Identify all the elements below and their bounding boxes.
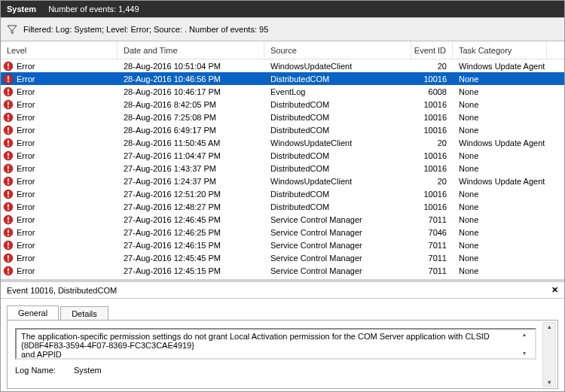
scroll-up-icon[interactable]: ▴ — [523, 331, 533, 338]
svg-point-51 — [4, 279, 13, 280]
column-header-date[interactable]: Date and Time — [118, 41, 264, 59]
cell-level: Error — [1, 163, 118, 174]
cell-date: 28-Aug-2016 8:42:05 PM — [118, 100, 264, 109]
cell-level: Error — [1, 125, 118, 135]
cell-date: 27-Aug-2016 12:46:25 PM — [118, 228, 264, 237]
cell-date: 28-Aug-2016 7:25:08 PM — [118, 113, 264, 122]
svg-point-47 — [8, 260, 9, 261]
table-row[interactable]: Error27-Aug-2016 12:45:45 PMService Cont… — [1, 251, 564, 264]
cell-eventid: 10016 — [411, 100, 453, 109]
logname-label: Log Name: — [15, 366, 60, 375]
event-list-body[interactable]: Error28-Aug-2016 10:51:04 PMWindowsUpdat… — [1, 59, 564, 279]
tab-details[interactable]: Details — [60, 306, 108, 321]
cell-level: Error — [1, 278, 118, 280]
cell-task: None — [453, 74, 547, 84]
table-row[interactable]: Error28-Aug-2016 6:49:17 PMDistributedCO… — [1, 123, 564, 136]
level-text: Error — [17, 74, 35, 84]
cell-eventid: 7011 — [411, 266, 453, 275]
details-pane: Event 10016, DistributedCOM ✕ General De… — [1, 279, 564, 389]
filter-bar: Filtered: Log: System; Level: Error; Sou… — [1, 17, 564, 41]
cell-date: 28-Aug-2016 6:49:17 PM — [118, 126, 264, 135]
svg-point-32 — [8, 196, 9, 197]
scroll-down-icon[interactable]: ▾ — [523, 350, 533, 357]
cell-level: Error — [1, 150, 118, 161]
cell-source: Service Control Manager — [264, 279, 411, 280]
close-details-button[interactable]: ✕ — [551, 285, 558, 295]
column-header-task[interactable]: Task Category — [453, 41, 547, 59]
event-message-box[interactable]: The application-specific permission sett… — [15, 328, 536, 360]
error-icon — [3, 176, 14, 187]
details-scrollbar[interactable]: ▴ ▾ — [542, 322, 556, 387]
table-row[interactable]: Error27-Aug-2016 12:46:15 PMService Cont… — [1, 239, 564, 251]
cell-source: DistributedCOM — [264, 202, 411, 211]
table-row[interactable]: Error28-Aug-2016 10:51:04 PMWindowsUpdat… — [1, 59, 564, 72]
cell-eventid: 10016 — [411, 164, 453, 173]
column-header-eventid[interactable]: Event ID — [411, 41, 453, 59]
scroll-up-icon[interactable]: ▴ — [548, 323, 551, 330]
cell-source: EventLog — [264, 87, 411, 96]
cell-eventid: 10016 — [411, 151, 453, 160]
cell-level: Error — [1, 74, 118, 84]
table-row[interactable]: Error27-Aug-2016 11:04:47 PMDistributedC… — [1, 149, 564, 162]
cell-source: DistributedCOM — [264, 113, 411, 122]
details-properties: Log Name: System — [15, 366, 536, 375]
table-row[interactable]: Error27-Aug-2016 12:46:45 PMService Cont… — [1, 213, 564, 226]
svg-point-23 — [8, 157, 9, 159]
cell-eventid: 7011 — [411, 215, 453, 224]
level-text: Error — [17, 266, 35, 275]
cell-eventid: 20 — [411, 177, 453, 186]
table-row[interactable]: Error27-Aug-2016 12:45:15 PMService Cont… — [1, 264, 564, 277]
cell-eventid: 10016 — [411, 190, 453, 199]
table-row[interactable]: Error27-Aug-2016 1:24:37 PMWindowsUpdate… — [1, 175, 564, 187]
table-row[interactable]: Error27-Aug-2016 12:46:25 PMService Cont… — [1, 226, 564, 239]
level-text: Error — [17, 177, 35, 186]
svg-rect-46 — [8, 255, 9, 259]
cell-date: 27-Aug-2016 12:45:45 PM — [118, 254, 264, 263]
table-row[interactable]: Error28-Aug-2016 7:25:08 PMDistributedCO… — [1, 111, 564, 123]
svg-rect-1 — [8, 63, 9, 67]
cell-eventid: 20 — [411, 138, 453, 147]
svg-point-38 — [8, 221, 9, 223]
table-row[interactable]: Error28-Aug-2016 10:46:56 PMDistributedC… — [1, 72, 564, 85]
table-row[interactable]: Error28-Aug-2016 11:50:45 AMWindowsUpdat… — [1, 136, 564, 149]
table-row[interactable]: Error27-Aug-2016 1:43:37 PMDistributedCO… — [1, 162, 564, 175]
error-icon — [3, 61, 14, 71]
cell-source: Service Control Manager — [264, 254, 411, 263]
svg-point-26 — [8, 170, 9, 172]
svg-point-20 — [8, 144, 9, 146]
cell-task: None — [453, 266, 547, 275]
cell-eventid: 10016 — [411, 113, 453, 122]
cell-source: Service Control Manager — [264, 215, 411, 224]
table-row[interactable]: Error27-Aug-2016 12:51:20 PMDistributedC… — [1, 187, 564, 200]
svg-rect-10 — [8, 102, 9, 105]
cell-source: Service Control Manager — [264, 266, 411, 275]
cell-level: Error — [1, 253, 118, 263]
column-header-source[interactable]: Source — [264, 41, 411, 59]
level-text: Error — [17, 190, 35, 199]
cell-task: None — [453, 202, 547, 211]
table-row[interactable]: Error27-Aug-2016 12:44:45 PMService Cont… — [1, 277, 564, 279]
cell-source: Service Control Manager — [264, 241, 411, 250]
cell-task: None — [453, 241, 547, 250]
level-text: Error — [17, 151, 35, 160]
table-row[interactable]: Error28-Aug-2016 8:42:05 PMDistributedCO… — [1, 98, 564, 111]
tab-general[interactable]: General — [7, 305, 59, 321]
table-row[interactable]: Error28-Aug-2016 10:46:17 PMEventLog6008… — [1, 85, 564, 98]
details-content: The application-specific permission sett… — [7, 320, 558, 389]
message-scroll[interactable]: ▴ ▾ — [523, 331, 533, 357]
error-icon — [3, 87, 14, 97]
event-message-line: {8D8F4F83-3594-4F07-8369-FC3C3CAE4919} — [21, 341, 530, 350]
error-icon — [3, 150, 14, 161]
error-icon — [3, 266, 14, 276]
svg-point-5 — [8, 81, 9, 82]
cell-eventid: 7011 — [411, 241, 453, 250]
scroll-down-icon[interactable]: ▾ — [548, 378, 551, 386]
table-row[interactable]: Error27-Aug-2016 12:48:27 PMDistributedC… — [1, 200, 564, 213]
cell-source: DistributedCOM — [264, 74, 411, 84]
column-header-level[interactable]: Level — [1, 41, 118, 59]
cell-level: Error — [1, 61, 118, 71]
cell-task: Windows Update Agent — [453, 62, 547, 71]
cell-eventid: 10016 — [411, 126, 453, 135]
cell-task: Windows Update Agent — [453, 138, 547, 147]
cell-eventid: 7046 — [411, 228, 453, 237]
